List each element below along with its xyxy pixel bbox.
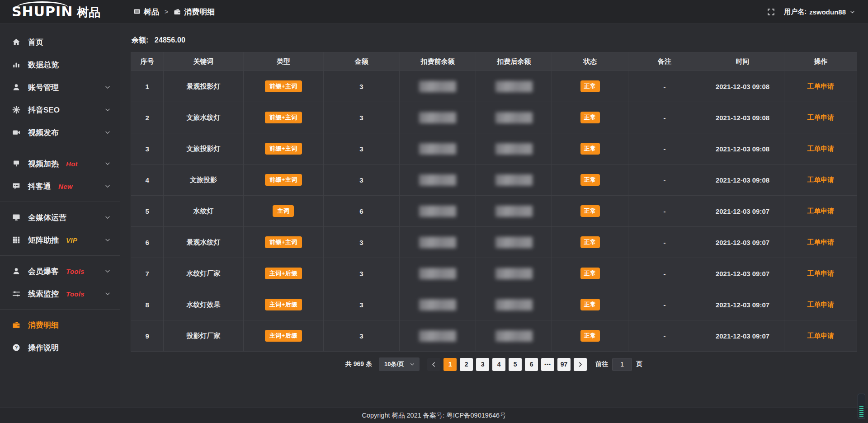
cell-action: 工单申请 xyxy=(784,71,857,102)
cell-keyword: 水纹灯厂家 xyxy=(164,258,244,289)
sidebar-item-member-leads[interactable]: 会员爆客Tools xyxy=(0,260,120,282)
sidebar-item-douyin-seo[interactable]: 抖音SEO xyxy=(0,99,120,121)
sidebar-item-data-overview[interactable]: 数据总览 xyxy=(0,53,120,76)
masked-balance-before xyxy=(419,81,456,92)
page-button-97[interactable]: 97 xyxy=(557,358,571,371)
topbar-right: 用户名: zswodun88 xyxy=(767,8,868,16)
next-page-button[interactable] xyxy=(574,358,587,371)
monitor-icon xyxy=(12,213,20,221)
main-content: 余额: 24856.00 序号关键词类型金额扣费前余额扣费后余额状态备注时间操作… xyxy=(120,24,868,408)
column-header: 时间 xyxy=(701,52,784,71)
question-icon: ? xyxy=(12,343,20,352)
work-order-link[interactable]: 工单申请 xyxy=(807,145,834,152)
cell-balance-after xyxy=(476,164,552,196)
grid-icon xyxy=(12,236,20,244)
column-header: 金额 xyxy=(323,52,400,71)
cell-time: 2021-12-03 09:08 xyxy=(701,164,784,196)
cell-amount: 3 xyxy=(323,320,400,352)
goto-page-input[interactable] xyxy=(612,358,632,371)
breadcrumb-label: 树品 xyxy=(144,7,159,17)
page-size-select[interactable]: 10条/页 xyxy=(379,357,420,371)
type-badge: 前缀+主词 xyxy=(265,174,302,186)
balance: 余额: 24856.00 xyxy=(132,36,856,45)
cell-note: - xyxy=(628,164,701,196)
sidebar-item-matrix-boost[interactable]: 矩阵助推VIP xyxy=(0,229,120,251)
work-order-link[interactable]: 工单申请 xyxy=(807,301,834,308)
goto-page: 前往页 xyxy=(595,358,642,371)
work-order-link[interactable]: 工单申请 xyxy=(807,207,834,215)
page-button-2[interactable]: 2 xyxy=(460,358,473,371)
cell-keyword: 水纹灯效果 xyxy=(164,289,244,320)
chevron-down-icon xyxy=(104,214,111,221)
svg-text:?: ? xyxy=(15,345,18,350)
column-header: 扣费后余额 xyxy=(476,52,552,71)
chat-icon xyxy=(12,182,20,190)
cell-keyword: 文旅水纹灯 xyxy=(164,102,244,133)
menu-item-tag: Tools xyxy=(66,268,85,275)
masked-balance-before xyxy=(419,330,456,342)
page-button-1[interactable]: 1 xyxy=(443,358,457,371)
footer: Copyright 树品 2021 备案号: 粤ICP备09019646号 xyxy=(0,407,868,423)
work-order-link[interactable]: 工单申请 xyxy=(807,238,834,246)
type-badge: 前缀+主词 xyxy=(265,143,302,155)
sidebar-item-video-heating[interactable]: 视频加热Hot xyxy=(0,152,120,175)
sidebar-item-douketong[interactable]: 抖客通New xyxy=(0,175,120,197)
sidebar-item-label: 矩阵助推 xyxy=(28,235,59,245)
goto-unit: 页 xyxy=(636,360,642,368)
work-order-link[interactable]: 工单申请 xyxy=(807,176,834,183)
prev-page-button[interactable] xyxy=(427,358,440,371)
work-order-link[interactable]: 工单申请 xyxy=(807,113,834,121)
cell-type: 主词+后缀 xyxy=(243,258,323,289)
sidebar-item-clue-monitor[interactable]: 线索监控Tools xyxy=(0,282,120,305)
more-pages-button[interactable]: ••• xyxy=(541,358,554,371)
page-button-4[interactable]: 4 xyxy=(492,358,505,371)
cell-keyword: 文旅投影 xyxy=(164,164,244,196)
cell-keyword: 文旅投影灯 xyxy=(164,133,244,164)
cell-index: 4 xyxy=(131,164,164,196)
chevron-down-icon xyxy=(104,183,111,189)
cell-balance-before xyxy=(400,289,476,320)
user-icon xyxy=(12,267,20,275)
cell-time: 2021-12-03 09:07 xyxy=(701,289,784,320)
work-order-link[interactable]: 工单申请 xyxy=(807,332,834,339)
cell-type: 前缀+主词 xyxy=(243,102,323,133)
page-button-3[interactable]: 3 xyxy=(476,358,489,371)
cell-time: 2021-12-03 09:07 xyxy=(701,320,784,352)
page-button-6[interactable]: 6 xyxy=(525,358,538,371)
sidebar-item-consumption-detail[interactable]: 消费明细 xyxy=(0,314,120,336)
menu-divider xyxy=(0,255,120,256)
sidebar-item-all-media-operation[interactable]: 全媒体运营 xyxy=(0,206,120,229)
sidebar-item-label: 视频发布 xyxy=(28,127,59,138)
app-logo[interactable]: SHUPIN 树品 xyxy=(0,5,120,19)
sidebar-item-operation-guide[interactable]: ?操作说明 xyxy=(0,336,120,359)
sidebar: 首页数据总览账号管理抖音SEO视频发布视频加热Hot抖客通New全媒体运营矩阵助… xyxy=(0,24,120,408)
breadcrumb-item-consumption-detail[interactable]: 消费明细 xyxy=(174,7,215,17)
masked-balance-before xyxy=(419,112,456,123)
cell-index: 7 xyxy=(131,258,164,289)
table-row: 3文旅投影灯前缀+主词3正常-2021-12-03 09:08工单申请 xyxy=(131,133,857,164)
masked-balance-after xyxy=(495,237,533,248)
breadcrumb-separator: > xyxy=(165,8,168,15)
debug-widget[interactable] xyxy=(858,394,865,419)
chevron-down-icon xyxy=(410,362,415,367)
breadcrumb-item-shupin[interactable]: 树品 xyxy=(133,7,159,17)
work-order-link[interactable]: 工单申请 xyxy=(807,269,834,277)
sidebar-item-home[interactable]: 首页 xyxy=(0,31,120,53)
sidebar-item-video-publish[interactable]: 视频发布 xyxy=(0,121,120,144)
consumption-table: 序号关键词类型金额扣费前余额扣费后余额状态备注时间操作 1景观投影灯前缀+主词3… xyxy=(131,52,857,352)
sidebar-item-account-management[interactable]: 账号管理 xyxy=(0,76,120,99)
work-order-link[interactable]: 工单申请 xyxy=(807,82,834,90)
fullscreen-icon[interactable] xyxy=(767,8,775,16)
username-value: zswodun88 xyxy=(809,8,846,16)
user-menu[interactable]: 用户名: zswodun88 xyxy=(784,8,855,16)
video-icon xyxy=(12,128,20,136)
pagination-total: 共 969 条 xyxy=(345,360,372,368)
cell-type: 主词+后缀 xyxy=(243,289,323,320)
balance-label: 余额: xyxy=(132,36,148,44)
page-button-5[interactable]: 5 xyxy=(509,358,522,371)
cell-balance-after xyxy=(476,196,552,227)
cell-type: 前缀+主词 xyxy=(243,164,323,196)
sidebar-item-label: 视频加热 xyxy=(28,159,59,169)
cell-index: 5 xyxy=(131,196,164,227)
breadcrumb: 树品 > 消费明细 xyxy=(133,7,215,17)
